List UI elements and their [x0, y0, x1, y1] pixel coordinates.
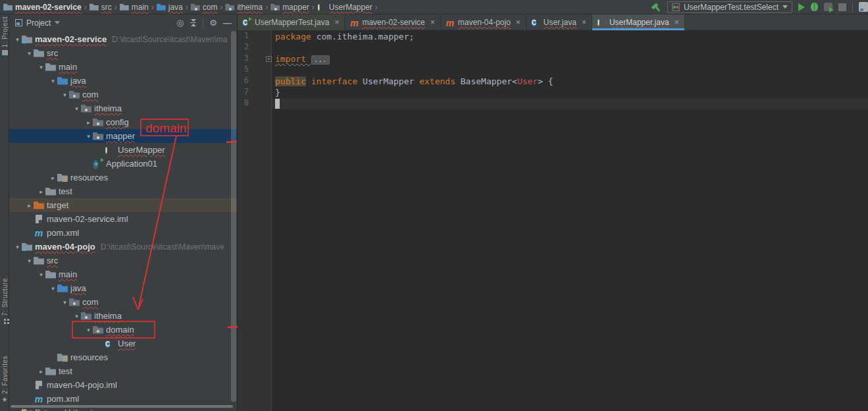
tree-item-label: test: [59, 366, 72, 376]
tree-row-src[interactable]: ▾src: [9, 254, 237, 267]
tree-row-User[interactable]: CUser: [9, 337, 237, 350]
tree-row-test[interactable]: ▸test: [9, 184, 237, 198]
chevron-down-icon[interactable]: ▾: [37, 64, 45, 70]
breadcrumb-item-com[interactable]: com: [191, 3, 218, 12]
tree-row-mapper[interactable]: ▾mapper: [9, 129, 237, 143]
breadcrumb-item-src[interactable]: src: [89, 3, 112, 12]
tree-vertical-scrollbar[interactable]: [231, 31, 236, 402]
tree-row-com[interactable]: ▾com: [9, 295, 237, 309]
chevron-right-icon[interactable]: ▸: [25, 202, 34, 209]
tree-row-pom.xml[interactable]: mpom.xml: [9, 226, 237, 240]
chevron-down-icon[interactable]: ▾: [13, 36, 22, 43]
chevron-right-icon[interactable]: ▸: [37, 368, 45, 375]
breadcrumb-item-UserMapper[interactable]: IUserMapper: [317, 3, 372, 12]
chevron-down-icon[interactable]: ▾: [84, 327, 93, 333]
editor-area: CUserMapperTest.java×mmaven-02-service×m…: [237, 14, 868, 411]
breadcrumb-label: UserMapper: [329, 3, 372, 12]
editor-tab-User.java[interactable]: CUser.java×: [526, 14, 592, 30]
editor-tab-maven-02-service[interactable]: mmaven-02-service×: [345, 14, 440, 30]
editor-tab-maven-04-pojo[interactable]: mmaven-04-pojo×: [441, 14, 526, 30]
run-configuration-select[interactable]: UserMapperTest.testSelect: [667, 1, 792, 13]
folder-icon: [89, 3, 99, 12]
tree-row-UserMapper[interactable]: IUserMapper: [9, 143, 237, 157]
run-button[interactable]: [798, 3, 805, 11]
chevron-down-icon[interactable]: ▾: [25, 258, 34, 264]
tree-row-main[interactable]: ▾main: [9, 60, 237, 74]
breadcrumb-item-java[interactable]: java: [157, 3, 183, 12]
tree-item-label: mapper: [106, 131, 135, 141]
chevron-down-icon[interactable]: ▾: [49, 78, 57, 84]
tree-row-maven-02-service.iml[interactable]: maven-02-service.iml: [9, 212, 237, 226]
editor-body[interactable]: 123+5678 package com.itheima.mapper;impo…: [238, 30, 868, 411]
tree-row-test[interactable]: ▸test: [9, 364, 237, 378]
breadcrumb-item-maven-02-service[interactable]: maven-02-service: [3, 3, 82, 12]
tree-row-itheima[interactable]: ▾itheima: [9, 309, 237, 323]
close-icon[interactable]: ×: [430, 18, 435, 27]
tree-row-pom.xml[interactable]: mpom.xml: [9, 392, 237, 406]
tree-row-Application01[interactable]: CApplication01: [9, 157, 237, 171]
breadcrumb-item-mapper[interactable]: mapper: [270, 3, 309, 12]
chevron-down-icon[interactable]: ▾: [72, 313, 81, 319]
chevron-down-icon[interactable]: ▾: [72, 105, 81, 112]
chevron-down-icon[interactable]: ▾: [13, 244, 22, 250]
tree-row-main[interactable]: ▾main: [9, 267, 237, 281]
gear-icon[interactable]: ⚙: [209, 18, 217, 27]
folded-imports-chip[interactable]: ...: [311, 55, 330, 65]
tree-item-label: maven-04-pojo.iml: [47, 380, 117, 390]
tree-row-src[interactable]: ▾src: [9, 46, 237, 60]
tree-row-itheima[interactable]: ▾itheima: [9, 101, 237, 115]
tree-row-target[interactable]: ▸target: [9, 198, 237, 212]
locate-icon[interactable]: ◎: [176, 18, 184, 27]
tree-row-maven-04-pojo.iml[interactable]: maven-04-pojo.iml: [9, 378, 237, 392]
code-area[interactable]: package com.itheima.mapper;import ...pub…: [238, 30, 868, 411]
debug-button[interactable]: [811, 3, 818, 11]
tree-row-domain[interactable]: ▾domain: [9, 323, 237, 337]
chevron-right-icon[interactable]: ▸: [37, 188, 45, 195]
breadcrumb-item-itheima[interactable]: itheima: [225, 3, 263, 12]
tree-row-java[interactable]: ▾java: [9, 281, 237, 295]
toolwindow-button-favorites[interactable]: 2: Favorites ★: [0, 356, 9, 403]
breadcrumb-item-main[interactable]: main: [120, 3, 149, 12]
toolwindow-button-project[interactable]: 1: Project: [0, 16, 9, 55]
hide-panel-icon[interactable]: —: [223, 18, 232, 27]
folder-icon: [45, 366, 56, 377]
tree-row-resources[interactable]: ▸resources: [9, 171, 237, 184]
close-icon[interactable]: ×: [582, 18, 586, 27]
tree-row-config[interactable]: ▸config: [9, 115, 237, 129]
tab-label: maven-02-service: [362, 18, 424, 27]
tree-row-java[interactable]: ▾java: [9, 74, 237, 88]
package-icon: [81, 103, 91, 114]
breadcrumb-chevron-icon: ›: [84, 3, 87, 12]
package-icon: [191, 3, 200, 12]
chevron-down-icon[interactable]: ▾: [49, 285, 57, 292]
chevron-down-icon[interactable]: ▾: [61, 299, 69, 306]
chevron-right-icon[interactable]: ▸: [84, 119, 93, 126]
tree-row-maven-04-pojo[interactable]: ▾maven-04-pojoD:\itcast\Source\itcast\Ma…: [9, 240, 237, 254]
project-stripe-label: 1: Project: [1, 16, 9, 47]
chevron-down-icon[interactable]: ▾: [25, 50, 34, 57]
tree-row-com[interactable]: ▾com: [9, 88, 237, 101]
toolbar-separator: [852, 2, 853, 13]
editor-tab-UserMapperTest.java[interactable]: CUserMapperTest.java×: [238, 14, 345, 30]
project-tool-window: Project ◎ ⚙ — ▾maven-02-serviceD:\itcast…: [9, 14, 237, 411]
close-icon[interactable]: ×: [516, 18, 521, 27]
collapse-all-icon[interactable]: [190, 19, 197, 26]
chevron-down-icon[interactable]: [55, 21, 60, 24]
tree-horizontal-scrollbar[interactable]: [11, 405, 233, 408]
chevron-down-icon[interactable]: ▾: [84, 133, 93, 140]
resfolder-icon: [57, 173, 68, 183]
chevron-down-icon[interactable]: ▾: [37, 271, 45, 278]
tree-row-maven-02-service[interactable]: ▾maven-02-serviceD:\itcast\Source\itcast…: [9, 32, 237, 46]
close-icon[interactable]: ×: [675, 18, 679, 27]
fold-expand-icon[interactable]: +: [266, 56, 272, 62]
toolwindow-button-structure[interactable]: 7: Structure: [0, 278, 9, 324]
chevron-right-icon[interactable]: ▸: [49, 175, 57, 181]
editor-tab-UserMapper.java[interactable]: IUserMapper.java×: [592, 14, 685, 30]
tree-row-resources[interactable]: resources: [9, 350, 237, 364]
close-icon[interactable]: ×: [334, 18, 339, 27]
coverage-button[interactable]: [824, 3, 832, 11]
build-hammer-icon[interactable]: [651, 2, 661, 13]
code-token: import: [275, 54, 311, 64]
chevron-down-icon[interactable]: ▾: [61, 92, 69, 98]
clipped-toolbar-icon[interactable]: [859, 2, 868, 12]
